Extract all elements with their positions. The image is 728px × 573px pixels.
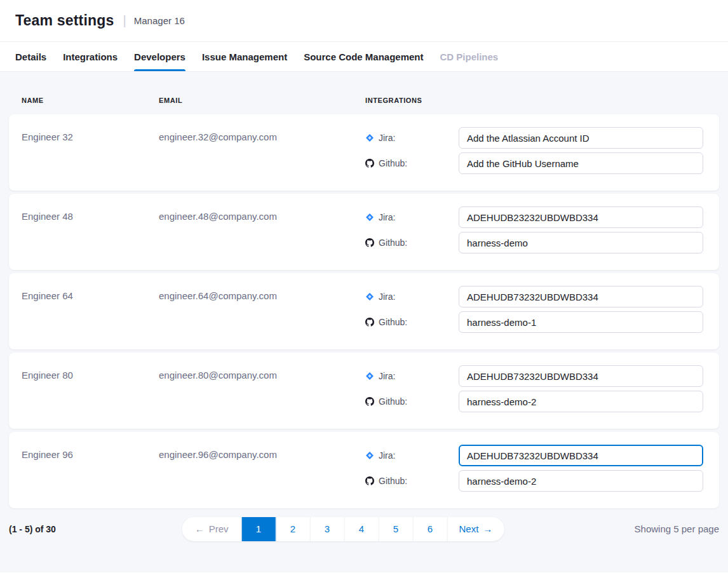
page-button-2[interactable]: 2 xyxy=(276,517,311,541)
jira-icon xyxy=(365,213,374,222)
github-username-input[interactable] xyxy=(459,311,703,333)
page-button-3[interactable]: 3 xyxy=(311,517,345,541)
page-button-5[interactable]: 5 xyxy=(379,517,414,541)
pagination-range: (1 - 5) of 30 xyxy=(9,524,56,534)
developer-name: Engineer 96 xyxy=(22,447,159,460)
page-button-1[interactable]: 1 xyxy=(242,517,276,541)
arrow-left-icon: ← xyxy=(195,523,205,534)
github-username-input[interactable] xyxy=(459,152,703,174)
jira-icon xyxy=(365,133,374,142)
page-header: Team settings | Manager 16 xyxy=(0,0,728,42)
developer-email: engineer.32@company.com xyxy=(159,130,365,142)
table-header-row: NAME EMAIL INTEGRATIONS xyxy=(9,97,719,104)
developer-email: engineer.96@company.com xyxy=(159,447,365,460)
developers-panel: NAME EMAIL INTEGRATIONS Engineer 32 engi… xyxy=(0,72,728,572)
developer-email: engineer.48@company.com xyxy=(159,209,365,222)
pagination-bar: (1 - 5) of 30 ←Prev 1 2 3 4 5 6 Next→ Sh… xyxy=(9,523,719,534)
jira-account-input[interactable] xyxy=(459,445,703,466)
tab-developers[interactable]: Developers xyxy=(134,42,185,71)
jira-icon xyxy=(365,292,374,301)
tab-details[interactable]: Details xyxy=(15,42,46,71)
column-header-name: NAME xyxy=(22,97,159,104)
github-icon xyxy=(365,476,374,485)
developer-name: Engineer 32 xyxy=(22,130,159,142)
github-icon xyxy=(365,238,374,247)
tab-integrations[interactable]: Integrations xyxy=(63,42,118,71)
tab-bar: Details Integrations Developers Issue Ma… xyxy=(0,42,728,72)
arrow-right-icon: → xyxy=(483,523,492,534)
page-button-4[interactable]: 4 xyxy=(345,517,379,541)
prev-page-button[interactable]: ←Prev xyxy=(182,517,242,541)
tab-issue-management[interactable]: Issue Management xyxy=(202,42,287,71)
github-label: Github: xyxy=(379,238,407,248)
column-header-email: EMAIL xyxy=(159,97,365,104)
table-row: Engineer 48 engineer.48@company.com Jira… xyxy=(9,194,719,270)
jira-icon xyxy=(365,451,374,460)
jira-account-input[interactable] xyxy=(459,127,703,149)
jira-icon xyxy=(365,372,374,381)
jira-label: Jira: xyxy=(379,292,395,302)
developer-email: engineer.64@company.com xyxy=(159,288,365,301)
jira-account-input[interactable] xyxy=(459,365,703,387)
github-icon xyxy=(365,397,374,406)
page-button-6[interactable]: 6 xyxy=(414,517,448,541)
jira-account-input[interactable] xyxy=(459,286,703,307)
jira-label: Jira: xyxy=(379,450,395,461)
developer-name: Engineer 48 xyxy=(22,209,159,222)
table-row: Engineer 32 engineer.32@company.com Jira… xyxy=(9,114,719,191)
github-label: Github: xyxy=(379,476,407,486)
github-label: Github: xyxy=(379,317,407,327)
page-title: Team settings xyxy=(15,12,114,29)
tab-cd-pipelines: CD Pipelines xyxy=(440,42,499,71)
github-icon xyxy=(365,318,374,327)
page-subtitle: Manager 16 xyxy=(134,15,185,26)
developer-name: Engineer 80 xyxy=(22,368,159,381)
github-icon xyxy=(365,159,374,168)
jira-account-input[interactable] xyxy=(459,206,703,228)
tab-source-code-management[interactable]: Source Code Management xyxy=(304,42,423,71)
github-username-input[interactable] xyxy=(459,232,703,253)
title-separator: | xyxy=(123,13,126,28)
github-label: Github: xyxy=(379,158,407,168)
github-username-input[interactable] xyxy=(459,391,703,412)
table-row: Engineer 96 engineer.96@company.com Jira… xyxy=(9,432,719,508)
developer-name: Engineer 64 xyxy=(22,288,159,301)
pagination: ←Prev 1 2 3 4 5 6 Next→ xyxy=(182,517,504,541)
column-header-integrations: INTEGRATIONS xyxy=(365,97,703,104)
table-row: Engineer 80 engineer.80@company.com Jira… xyxy=(9,353,719,429)
jira-label: Jira: xyxy=(379,371,395,381)
github-label: Github: xyxy=(379,396,407,407)
jira-label: Jira: xyxy=(379,133,395,143)
table-row: Engineer 64 engineer.64@company.com Jira… xyxy=(9,273,719,349)
next-page-button[interactable]: Next→ xyxy=(448,517,504,541)
per-page-label: Showing 5 per page xyxy=(635,523,719,534)
jira-label: Jira: xyxy=(379,212,395,222)
developer-email: engineer.80@company.com xyxy=(159,368,365,381)
github-username-input[interactable] xyxy=(459,470,703,492)
